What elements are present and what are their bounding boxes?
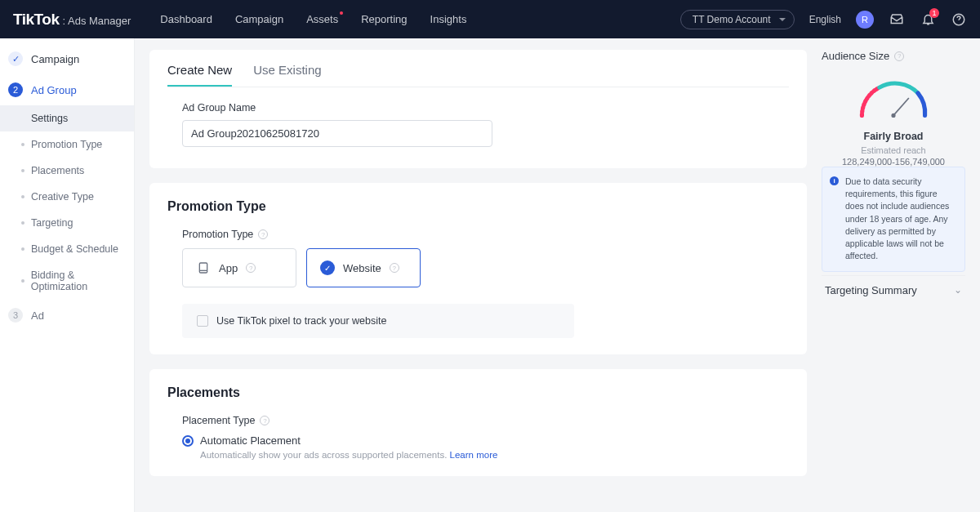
promotion-type-title: Promotion Type [167,199,789,214]
option-website[interactable]: ✓ Website ? [306,248,421,287]
card-promotion-type: Promotion Type Promotion Type ? App ? ✓ [149,183,807,354]
top-bar: TikTok : Ads Manager Dashboard Campaign … [0,0,980,38]
left-sidebar: ✓ Campaign 2 Ad Group Settings Promotion… [0,38,135,512]
tabs: Create New Use Existing [167,63,789,87]
subnav: Settings Promotion Type Placements Creat… [0,105,134,300]
audience-sub: Estimated reach [822,145,965,155]
learn-more-link[interactable]: Learn more [450,450,498,460]
svg-rect-1 [199,263,207,273]
app-icon [196,260,211,275]
radio-icon [182,435,194,447]
ad-group-name-input[interactable] [182,120,492,147]
bell-icon[interactable]: 1 [920,11,936,28]
check-circle-icon: ✓ [320,260,335,275]
placements-title: Placements [167,385,789,400]
gauge-icon [849,73,938,122]
promotion-type-label: Promotion Type ? [182,229,789,240]
help-icon[interactable] [951,11,967,28]
brand: TikTok : Ads Manager [13,11,131,29]
option-app[interactable]: App ? [182,248,296,287]
card-ad-group-name: Create New Use Existing Ad Group Name [149,50,807,168]
pixel-text: Use TikTok pixel to track your website [216,315,386,327]
bullet-icon [21,221,24,225]
right-panel: Audience Size ? Fairly Broad Estimated r… [822,50,965,501]
pixel-checkbox[interactable] [197,315,208,327]
bullet-icon [21,169,24,172]
inbox-icon[interactable] [889,11,905,28]
ad-group-name-label: Ad Group Name [182,102,789,114]
bullet-icon [21,279,24,283]
info-filled-icon: i [830,176,839,185]
nav-insights[interactable]: Insights [430,13,467,25]
step-label: Ad Group [31,84,77,96]
assets-dot-icon [340,11,343,15]
subnav-bidding-optimization[interactable]: Bidding & Optimization [0,262,134,300]
step-campaign[interactable]: ✓ Campaign [0,43,134,74]
notification-badge: 1 [929,8,939,18]
subnav-placements[interactable]: Placements [0,158,134,184]
subnav-promotion-type[interactable]: Promotion Type [0,131,134,158]
radio-automatic-placement[interactable]: Automatic Placement [182,434,789,447]
audience-level: Fairly Broad [822,131,965,142]
main-content: Create New Use Existing Ad Group Name Pr… [135,38,980,512]
subnav-targeting[interactable]: Targeting [0,210,134,236]
account-selector[interactable]: TT Demo Account [680,10,795,29]
bullet-icon [21,143,24,146]
tab-create-new[interactable]: Create New [167,63,232,87]
pixel-callout: Use TikTok pixel to track your website [182,304,574,338]
step-number-icon: 3 [8,308,23,323]
targeting-summary-toggle[interactable]: Targeting Summary ⌄ [822,275,965,305]
subnav-settings[interactable]: Settings [0,105,134,131]
info-icon[interactable]: ? [390,263,399,273]
info-icon[interactable]: ? [260,416,270,425]
step-ad[interactable]: 3 Ad [0,300,134,331]
brand-subtitle: : Ads Manager [62,15,131,27]
radio-description: Automatically show your ads across suppo… [200,450,789,460]
audience-notice: i Due to data security requirements, thi… [822,167,965,272]
check-icon: ✓ [8,51,23,66]
audience-size-title: Audience Size ? [822,50,965,62]
svg-line-3 [893,98,909,115]
card-placements: Placements Placement Type ? Automatic Pl… [149,369,807,476]
nav-reporting[interactable]: Reporting [361,13,407,25]
subnav-budget-schedule[interactable]: Budget & Schedule [0,236,134,262]
bullet-icon [21,195,24,198]
nav-dashboard[interactable]: Dashboard [160,13,212,25]
avatar[interactable]: R [856,11,874,29]
step-label: Campaign [31,53,79,65]
radio-label: Automatic Placement [200,434,301,447]
nav-campaign[interactable]: Campaign [235,13,283,25]
tab-use-existing[interactable]: Use Existing [253,63,321,87]
option-website-label: Website [343,262,381,274]
subnav-creative-type[interactable]: Creative Type [0,184,134,210]
info-icon[interactable]: ? [894,51,904,61]
topbar-right: TT Demo Account English R 1 [680,10,967,29]
info-icon[interactable]: ? [258,229,268,239]
bullet-icon [21,247,24,251]
language-selector[interactable]: English [809,14,841,25]
chevron-down-icon: ⌄ [954,284,962,296]
top-nav: Dashboard Campaign Assets Reporting Insi… [160,13,466,25]
targeting-summary-label: Targeting Summary [825,284,917,296]
step-ad-group[interactable]: 2 Ad Group [0,74,134,105]
placement-type-label: Placement Type ? [182,415,789,426]
brand-logo-text: TikTok [13,11,59,29]
svg-point-4 [891,114,895,118]
audience-size-panel: Audience Size ? Fairly Broad Estimated r… [822,50,965,305]
nav-assets[interactable]: Assets [306,13,338,25]
info-icon[interactable]: ? [246,263,256,273]
step-number-icon: 2 [8,82,23,97]
step-label: Ad [31,309,44,322]
option-app-label: App [219,262,238,274]
audience-range: 128,249,000-156,749,000 [822,157,965,167]
